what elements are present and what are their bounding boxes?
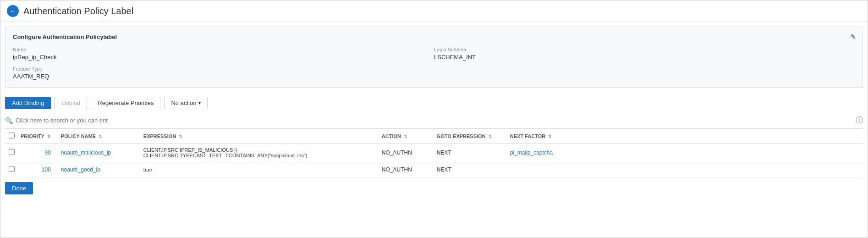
page-title: Authentication Policy Label — [23, 6, 133, 17]
col-policy-name: POLICY NAME ⇅ — [58, 129, 141, 144]
row-goto-expression: NEXT — [434, 144, 507, 162]
back-button[interactable]: ← — [7, 5, 19, 17]
goto-sort-icon[interactable]: ⇅ — [489, 134, 492, 139]
name-value: ipRep_ip_Check — [13, 54, 434, 61]
table-row: 90 noauth_malicious_ip CLIENT.IP.SRC.IPR… — [5, 144, 863, 162]
feature-type-label: Feature Type — [13, 66, 434, 72]
table-row: 100 noauth_good_ip true NO_AUTHN NEXT — [5, 162, 863, 177]
select-all-checkbox[interactable] — [9, 133, 15, 138]
back-icon: ← — [10, 7, 16, 15]
field-group-login-schema: Login Schema LSCHEMA_INT — [434, 47, 855, 61]
page-container: ← Authentication Policy Label Configure … — [0, 0, 868, 238]
feature-type-value: AAATM_REQ — [13, 73, 434, 80]
row-next-factor[interactable] — [507, 162, 863, 177]
col-goto-expression: GOTO EXPRESSION ⇅ — [434, 129, 507, 144]
page-header: ← Authentication Policy Label — [0, 0, 868, 22]
chevron-down-icon: ▾ — [198, 100, 201, 105]
row-policy-name[interactable]: noauth_malicious_ip — [58, 144, 141, 162]
row-policy-name[interactable]: noauth_good_ip — [58, 162, 141, 177]
nextfactor-sort-icon[interactable]: ⇅ — [548, 134, 552, 139]
done-button[interactable]: Done — [5, 182, 33, 194]
search-bar: 🔍 ⓘ — [0, 113, 868, 128]
field-group-feature-type: Feature Type AAATM_REQ — [13, 66, 434, 80]
table-container: PRIORITY ⇅ POLICY NAME ⇅ EXPRESSION ⇅ AC… — [0, 128, 868, 177]
search-input[interactable] — [16, 117, 135, 124]
table-body: 90 noauth_malicious_ip CLIENT.IP.SRC.IPR… — [5, 144, 863, 177]
config-section: Configure Authentication Policylabel ✎ N… — [5, 27, 863, 88]
row-checkbox[interactable] — [9, 149, 15, 155]
row-action: NO_AUTHN — [379, 144, 434, 162]
row-priority: 90 — [18, 144, 58, 162]
row-goto-expression: NEXT — [434, 162, 507, 177]
fields-right: Login Schema LSCHEMA_INT — [434, 47, 855, 80]
col-next-factor: NEXT FACTOR ⇅ — [507, 129, 863, 144]
row-expression: true — [141, 162, 379, 177]
row-expression: CLIENT.IP.SRC.IPREP_IS_MALICIOUS || CLIE… — [141, 144, 379, 162]
col-expression: EXPRESSION ⇅ — [141, 129, 379, 144]
unbind-button[interactable]: Unbind — [55, 97, 87, 109]
name-label: Name — [13, 47, 434, 52]
col-action: ACTION ⇅ — [379, 129, 434, 144]
config-section-title: Configure Authentication Policylabel — [13, 33, 855, 40]
done-bar: Done — [0, 177, 868, 199]
action-sort-icon[interactable]: ⇅ — [404, 134, 407, 139]
fields-left: Name ipRep_ip_Check Feature Type AAATM_R… — [13, 47, 434, 80]
regenerate-priorities-button[interactable]: Regenerate Priorities — [91, 97, 160, 109]
row-next-factor[interactable]: pl_malip_captcha — [507, 144, 863, 162]
login-schema-value: LSCHEMA_INT — [434, 54, 855, 61]
policy-sort-icon[interactable]: ⇅ — [99, 134, 102, 139]
search-icon: 🔍 — [5, 117, 13, 124]
login-schema-label: Login Schema — [434, 47, 855, 52]
expression-sort-icon[interactable]: ⇅ — [179, 134, 182, 139]
fields-two-col: Name ipRep_ip_Check Feature Type AAATM_R… — [13, 47, 855, 80]
priority-sort-icon[interactable]: ⇅ — [47, 134, 51, 139]
col-priority: PRIORITY ⇅ — [18, 129, 58, 144]
row-checkbox[interactable] — [9, 166, 15, 172]
row-checkbox-cell — [5, 144, 18, 162]
col-checkbox — [5, 129, 18, 144]
row-checkbox-cell — [5, 162, 18, 177]
toolbar: Add Binding Unbind Regenerate Priorities… — [0, 92, 868, 113]
table-header-row: PRIORITY ⇅ POLICY NAME ⇅ EXPRESSION ⇅ AC… — [5, 129, 863, 144]
no-action-dropdown[interactable]: No action ▾ — [164, 97, 208, 109]
add-binding-button[interactable]: Add Binding — [5, 97, 51, 109]
row-priority: 100 — [18, 162, 58, 177]
no-action-label: No action — [171, 100, 196, 106]
bindings-table: PRIORITY ⇅ POLICY NAME ⇅ EXPRESSION ⇅ AC… — [5, 128, 863, 177]
info-icon: ⓘ — [856, 116, 863, 125]
field-group-name: Name ipRep_ip_Check — [13, 47, 434, 61]
row-action: NO_AUTHN — [379, 162, 434, 177]
edit-icon[interactable]: ✎ — [850, 33, 856, 41]
